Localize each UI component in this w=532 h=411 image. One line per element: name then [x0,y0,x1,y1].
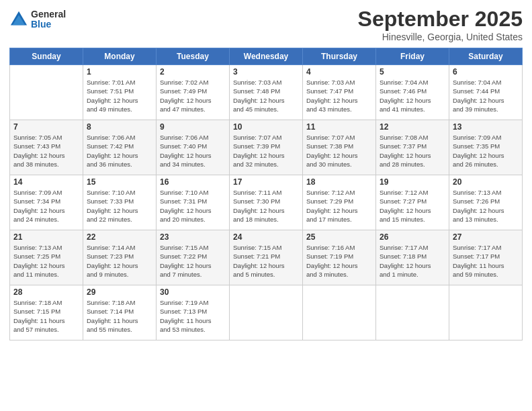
calendar-cell: 15Sunrise: 7:10 AMSunset: 7:33 PMDayligh… [83,175,157,230]
day-info: Sunrise: 7:17 AMSunset: 7:18 PMDaylight:… [380,243,445,279]
calendar-cell: 1Sunrise: 7:01 AMSunset: 7:51 PMDaylight… [83,65,157,120]
day-info: Sunrise: 7:13 AMSunset: 7:25 PMDaylight:… [13,243,79,279]
day-info: Sunrise: 7:06 AMSunset: 7:40 PMDaylight:… [160,133,226,169]
calendar-header-tuesday: Tuesday [157,48,230,65]
day-number: 12 [380,122,445,132]
day-number: 22 [87,232,152,242]
day-number: 26 [380,232,445,242]
calendar-table: SundayMondayTuesdayWednesdayThursdayFrid… [9,48,523,340]
day-number: 14 [13,177,79,187]
calendar-cell: 21Sunrise: 7:13 AMSunset: 7:25 PMDayligh… [10,230,83,285]
logo: General Blue [9,9,66,30]
calendar-cell: 26Sunrise: 7:17 AMSunset: 7:18 PMDayligh… [376,230,449,285]
day-number: 16 [160,177,226,187]
calendar-cell [10,65,83,120]
calendar-header-monday: Monday [83,48,157,65]
logo-icon [9,10,28,29]
calendar-cell: 2Sunrise: 7:02 AMSunset: 7:49 PMDaylight… [157,65,230,120]
calendar-cell: 23Sunrise: 7:15 AMSunset: 7:22 PMDayligh… [157,230,230,285]
day-number: 25 [306,232,372,242]
calendar-cell [303,285,376,340]
day-number: 5 [380,67,445,77]
day-number: 4 [306,67,372,77]
calendar-week-row: 7Sunrise: 7:05 AMSunset: 7:43 PMDaylight… [10,120,523,175]
title-location: Hinesville, Georgia, United States [358,32,523,42]
day-info: Sunrise: 7:18 AMSunset: 7:15 PMDaylight:… [13,298,79,334]
day-number: 2 [160,67,226,77]
day-number: 17 [233,177,299,187]
calendar-cell: 7Sunrise: 7:05 AMSunset: 7:43 PMDaylight… [10,120,83,175]
calendar-cell [376,285,449,340]
day-number: 11 [306,122,372,132]
logo-blue-text: Blue [31,19,66,30]
day-number: 24 [233,232,299,242]
day-number: 18 [306,177,372,187]
day-number: 21 [13,232,79,242]
day-info: Sunrise: 7:07 AMSunset: 7:39 PMDaylight:… [233,133,299,169]
calendar-header-wednesday: Wednesday [230,48,303,65]
day-number: 13 [453,122,519,132]
day-info: Sunrise: 7:12 AMSunset: 7:29 PMDaylight:… [306,188,372,224]
day-info: Sunrise: 7:05 AMSunset: 7:43 PMDaylight:… [13,133,79,169]
day-number: 6 [453,67,519,77]
calendar-cell: 27Sunrise: 7:17 AMSunset: 7:17 PMDayligh… [449,230,523,285]
day-info: Sunrise: 7:11 AMSunset: 7:30 PMDaylight:… [233,188,299,224]
calendar-cell: 25Sunrise: 7:16 AMSunset: 7:19 PMDayligh… [303,230,376,285]
calendar-cell: 17Sunrise: 7:11 AMSunset: 7:30 PMDayligh… [230,175,303,230]
calendar-cell: 13Sunrise: 7:09 AMSunset: 7:35 PMDayligh… [449,120,523,175]
calendar-header-row: SundayMondayTuesdayWednesdayThursdayFrid… [10,48,523,65]
calendar-cell: 14Sunrise: 7:09 AMSunset: 7:34 PMDayligh… [10,175,83,230]
day-number: 28 [13,287,79,297]
day-number: 10 [233,122,299,132]
day-number: 15 [87,177,152,187]
day-info: Sunrise: 7:10 AMSunset: 7:31 PMDaylight:… [160,188,226,224]
calendar-cell: 16Sunrise: 7:10 AMSunset: 7:31 PMDayligh… [157,175,230,230]
day-number: 7 [13,122,79,132]
calendar-cell: 20Sunrise: 7:13 AMSunset: 7:26 PMDayligh… [449,175,523,230]
day-info: Sunrise: 7:06 AMSunset: 7:42 PMDaylight:… [87,133,152,169]
calendar-cell: 8Sunrise: 7:06 AMSunset: 7:42 PMDaylight… [83,120,157,175]
day-number: 1 [87,67,152,77]
day-number: 20 [453,177,519,187]
day-number: 30 [160,287,226,297]
calendar-cell: 5Sunrise: 7:04 AMSunset: 7:46 PMDaylight… [376,65,449,120]
calendar-cell: 9Sunrise: 7:06 AMSunset: 7:40 PMDaylight… [157,120,230,175]
calendar-header-friday: Friday [376,48,449,65]
calendar-cell: 24Sunrise: 7:15 AMSunset: 7:21 PMDayligh… [230,230,303,285]
day-info: Sunrise: 7:04 AMSunset: 7:46 PMDaylight:… [380,78,445,113]
calendar-cell: 19Sunrise: 7:12 AMSunset: 7:27 PMDayligh… [376,175,449,230]
day-number: 8 [87,122,152,132]
calendar-cell: 12Sunrise: 7:08 AMSunset: 7:37 PMDayligh… [376,120,449,175]
day-info: Sunrise: 7:17 AMSunset: 7:17 PMDaylight:… [453,243,519,279]
day-info: Sunrise: 7:10 AMSunset: 7:33 PMDaylight:… [87,188,152,224]
header: General Blue September 2025 Hinesville, … [9,7,523,42]
day-info: Sunrise: 7:12 AMSunset: 7:27 PMDaylight:… [380,188,445,224]
day-info: Sunrise: 7:01 AMSunset: 7:51 PMDaylight:… [87,78,152,113]
day-info: Sunrise: 7:09 AMSunset: 7:35 PMDaylight:… [453,133,519,169]
logo-text: General Blue [31,9,66,30]
calendar-cell [449,285,523,340]
day-number: 23 [160,232,226,242]
day-info: Sunrise: 7:15 AMSunset: 7:21 PMDaylight:… [233,243,299,279]
day-info: Sunrise: 7:13 AMSunset: 7:26 PMDaylight:… [453,188,519,224]
day-info: Sunrise: 7:15 AMSunset: 7:22 PMDaylight:… [160,243,226,279]
day-number: 19 [380,177,445,187]
calendar-cell: 29Sunrise: 7:18 AMSunset: 7:14 PMDayligh… [83,285,157,340]
logo-general: General [31,9,66,19]
day-number: 29 [87,287,152,297]
calendar-header-thursday: Thursday [303,48,376,65]
calendar-cell [230,285,303,340]
calendar-cell: 28Sunrise: 7:18 AMSunset: 7:15 PMDayligh… [10,285,83,340]
day-number: 27 [453,232,519,242]
calendar-cell: 4Sunrise: 7:03 AMSunset: 7:47 PMDaylight… [303,65,376,120]
calendar-cell: 3Sunrise: 7:03 AMSunset: 7:48 PMDaylight… [230,65,303,120]
calendar-week-row: 14Sunrise: 7:09 AMSunset: 7:34 PMDayligh… [10,175,523,230]
page: General Blue September 2025 Hinesville, … [0,0,532,411]
calendar-cell: 10Sunrise: 7:07 AMSunset: 7:39 PMDayligh… [230,120,303,175]
day-info: Sunrise: 7:04 AMSunset: 7:44 PMDaylight:… [453,78,519,113]
day-info: Sunrise: 7:18 AMSunset: 7:14 PMDaylight:… [87,298,152,334]
title-month: September 2025 [358,7,523,32]
day-info: Sunrise: 7:03 AMSunset: 7:48 PMDaylight:… [233,78,299,113]
day-info: Sunrise: 7:19 AMSunset: 7:13 PMDaylight:… [160,298,226,334]
calendar-cell: 11Sunrise: 7:07 AMSunset: 7:38 PMDayligh… [303,120,376,175]
